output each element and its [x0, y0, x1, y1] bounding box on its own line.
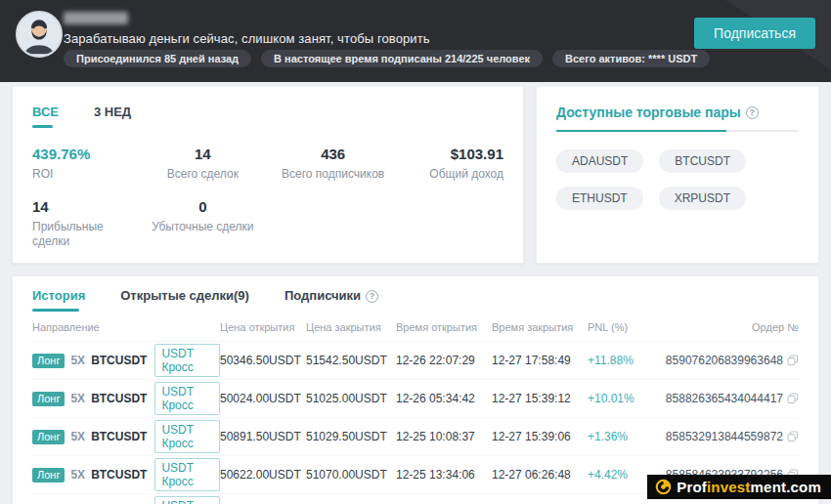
trader-header: Зарабатываю деньги сейчас, слишком занят… — [0, 0, 831, 82]
tab-history[interactable]: История — [32, 288, 85, 312]
long-badge: Лонг — [32, 468, 65, 483]
order-number: 858826365434044417 — [658, 392, 799, 405]
pair-tags: ADAUSDT BTCUSDT ETHUSDT XRPUSDT — [556, 149, 799, 210]
open-time: 12-25 13:34:06 — [396, 468, 492, 482]
username-blurred — [64, 12, 128, 24]
close-price: 51542.50USDT — [306, 354, 396, 367]
pair-tag-xrpusdt: XRPUSDT — [659, 187, 746, 210]
joined-badge: Присоединился 85 дней назад — [64, 50, 251, 67]
trading-pairs-card: Доступные торговые пары ? ADAUSDT BTCUSD… — [536, 86, 819, 264]
open-time: 12-25 10:08:37 — [396, 430, 492, 443]
subscribers-info-icon: ? — [366, 290, 378, 303]
table-row: Лонг 5X BTCUSDT USDT Кросс 50891.50USDT … — [32, 417, 799, 455]
profinvestment-logo-icon — [655, 479, 672, 495]
copy-icon[interactable] — [787, 431, 799, 442]
stats-grid: 439.76% ROI 14 Всего сделок 436 Всего по… — [32, 146, 503, 250]
pairs-title: Доступные торговые пары ? — [556, 105, 799, 120]
direction-cell: Лонг 5X BTCUSDT USDT Кросс — [32, 458, 220, 491]
open-time: 12-26 22:07:29 — [396, 354, 492, 367]
symbol: BTCUSDT — [91, 468, 147, 482]
tab-subscribers[interactable]: Подписчики? — [284, 288, 378, 312]
history-tabs: История Открытые сделки(9) Подписчики? — [32, 288, 799, 312]
leverage: 5X — [70, 392, 85, 405]
leverage: 5X — [70, 468, 85, 482]
close-price: 51070.00USDT — [306, 468, 396, 482]
close-price: 51025.00USDT — [306, 392, 396, 405]
direction-cell: Лонг 5X BTCUSDT USDT Кросс — [32, 382, 220, 415]
margin-mode-tag: USDT Кросс — [154, 344, 220, 377]
col-open-price: Цена открытия — [220, 321, 306, 333]
pnl-value: +1.36% — [588, 430, 658, 443]
leverage: 5X — [70, 354, 85, 367]
pairs-title-underline — [556, 130, 799, 132]
avatar-person-icon — [18, 13, 61, 56]
tab-all-time[interactable]: ВСЕ — [32, 105, 59, 128]
stat-losing-trades: 0 Убыточные сделки — [143, 198, 263, 250]
trader-identity: Зарабатываю деньги сейчас, слишком занят… — [64, 12, 430, 46]
pairs-info-icon[interactable]: ? — [746, 106, 759, 119]
open-price: 50622.00USDT — [220, 468, 306, 482]
copy-trading-profile-page: Зарабатываю деньги сейчас, слишком занят… — [0, 0, 831, 504]
pair-tag-ethusdt: ETHUSDT — [556, 187, 643, 210]
long-badge: Лонг — [32, 392, 65, 406]
tab-3-weeks[interactable]: 3 НЕД — [94, 105, 131, 128]
open-price: 50346.50USDT — [220, 354, 306, 367]
open-price: 50024.00USDT — [220, 392, 306, 405]
trader-badges: Присоединился 85 дней назад В настоящее … — [64, 50, 710, 67]
stat-total-profit: $103.91 Общий доход — [403, 146, 503, 183]
direction-cell: Лонг 5X BTCUSDT USDT Кросс — [32, 420, 220, 453]
col-order: Ордер № — [658, 321, 799, 333]
stat-total-subscribers: 436 Всего подписчиков — [263, 146, 404, 183]
subscribe-button[interactable]: Подписаться — [694, 18, 815, 49]
long-badge: Лонг — [32, 354, 65, 368]
profinvestment-watermark: Profinvestment.com — [647, 475, 831, 499]
watermark-text: Profinvestment.com — [677, 479, 821, 495]
symbol: BTCUSDT — [91, 392, 147, 405]
margin-mode-tag: USDT Кросс — [154, 420, 220, 453]
direction-cell: Лонг 5X BTCUSDT USDT Кросс — [32, 496, 220, 504]
close-time: 12-27 15:39:12 — [492, 392, 588, 405]
table-row: Лонг 5X BTCUSDT USDT Кросс 50024.00USDT … — [32, 379, 799, 417]
close-time: 12-27 06:26:48 — [492, 468, 588, 482]
col-close-price: Цена закрытия — [306, 321, 396, 333]
margin-mode-tag: USDT Кросс — [154, 496, 220, 504]
symbol: BTCUSDT — [91, 354, 147, 367]
subscribers-badge: В настоящее время подписаны 214/225 чело… — [261, 50, 543, 67]
long-badge: Лонг — [32, 430, 65, 444]
leverage: 5X — [70, 430, 85, 443]
stat-roi: 439.76% ROI — [32, 146, 143, 183]
margin-mode-tag: USDT Кросс — [154, 458, 220, 491]
pnl-value: +10.01% — [588, 392, 658, 405]
close-time: 12-27 15:39:06 — [492, 430, 588, 443]
pair-tag-btcusdt: BTCUSDT — [659, 149, 746, 173]
pair-tag-adausdt: ADAUSDT — [556, 149, 643, 173]
symbol: BTCUSDT — [91, 430, 147, 443]
stat-total-trades: 14 Всего сделок — [143, 146, 263, 183]
trade-history-card: История Открытые сделки(9) Подписчики? Н… — [12, 275, 819, 504]
margin-mode-tag: USDT Кросс — [154, 382, 220, 415]
close-time: 12-27 17:58:49 — [492, 354, 588, 367]
tab-open-trades[interactable]: Открытые сделки(9) — [120, 288, 249, 312]
history-table-header: Направление Цена открытия Цена закрытия … — [32, 314, 799, 341]
table-row: Лонг 5X BTCUSDT USDT Кросс 50346.50USDT … — [32, 341, 799, 379]
col-open-time: Время открытия — [396, 321, 492, 333]
avatar[interactable] — [16, 11, 63, 58]
trader-motto: Зарабатываю деньги сейчас, слишком занят… — [64, 31, 430, 46]
col-close-time: Время закрытия — [492, 321, 588, 333]
stats-period-tabs: ВСЕ 3 НЕД — [32, 105, 503, 128]
total-assets-badge: Всего активов: **** USDT — [552, 50, 710, 67]
col-pnl: PNL (%) — [588, 321, 658, 333]
direction-cell: Лонг 5X BTCUSDT USDT Кросс — [32, 344, 220, 377]
performance-stats-card: ВСЕ 3 НЕД 439.76% ROI 14 Всего сделок 43… — [12, 86, 524, 264]
copy-icon[interactable] — [787, 393, 799, 404]
copy-icon[interactable] — [787, 355, 799, 366]
order-number: 858532913844559872 — [658, 430, 799, 443]
col-direction: Направление — [32, 321, 220, 333]
open-time: 12-26 05:34:42 — [396, 392, 492, 405]
open-price: 50891.50USDT — [220, 430, 306, 443]
stat-winning-trades: 14 Прибыльные сделки — [32, 198, 143, 250]
pnl-value: +11.88% — [588, 354, 658, 367]
close-price: 51029.50USDT — [306, 430, 396, 443]
order-number: 859076206839963648 — [658, 354, 799, 367]
